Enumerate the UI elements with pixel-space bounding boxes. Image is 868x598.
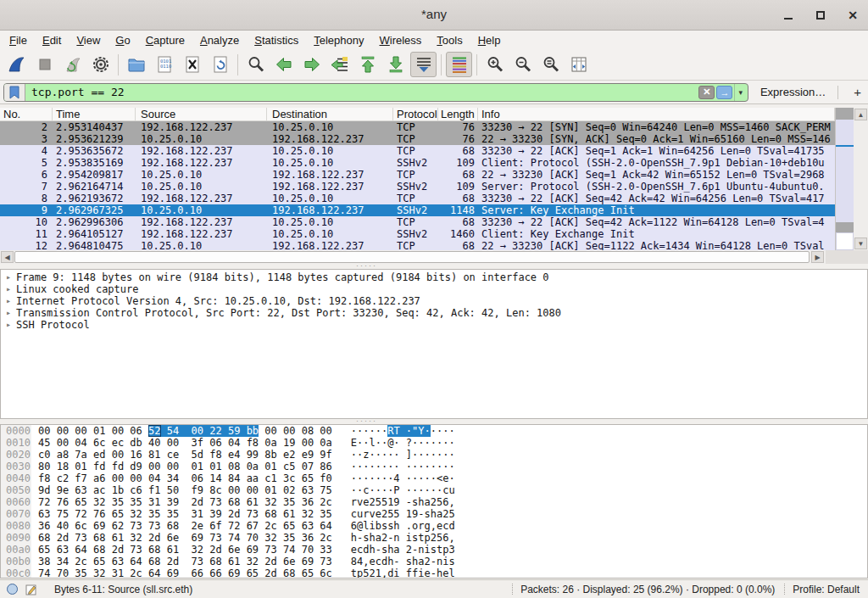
- column-header-dst[interactable]: Destination: [267, 108, 393, 120]
- hex-row-0050[interactable]: 00509d 9e 63 ac 1b c6 f1 50 f9 8c 00 00 …: [1, 484, 867, 496]
- find-packet-button[interactable]: [242, 52, 269, 77]
- packet-bytes-pane: 000000 00 00 01 00 06 52 54 00 22 59 bb …: [0, 424, 868, 578]
- packet-row-3[interactable]: 32.95362123910.25.0.10192.168.122.237TCP…: [0, 133, 835, 145]
- expand-arrow-icon[interactable]: ▸: [1, 283, 16, 295]
- hex-row-00c0[interactable]: 00c074 70 35 32 31 2c 64 69 66 66 69 65 …: [1, 567, 867, 578]
- zoom-out-button[interactable]: [509, 52, 536, 77]
- scroll-right-button[interactable]: ▶: [811, 251, 824, 263]
- hex-row-0010[interactable]: 001045 00 04 6c ec db 40 00 3f 06 04 f8 …: [1, 437, 867, 449]
- zoom-original-button[interactable]: [537, 52, 564, 77]
- hex-row-0070[interactable]: 007063 75 72 76 65 32 35 35 31 39 2d 73 …: [1, 508, 867, 520]
- display-filter-input[interactable]: tcp.port == 22 ✕ → ▾: [3, 83, 748, 102]
- filter-bookmark-icon[interactable]: [4, 84, 25, 101]
- hex-row-0030[interactable]: 003080 18 01 fd fd d9 00 00 01 01 08 0a …: [1, 461, 867, 472]
- close-button[interactable]: ✕: [846, 8, 860, 22]
- filter-apply-button[interactable]: →: [716, 86, 732, 99]
- go-forward-button[interactable]: [298, 52, 325, 77]
- menu-item-capture[interactable]: Capture: [138, 32, 192, 48]
- column-header-info[interactable]: Info: [478, 108, 835, 120]
- expert-info-icon[interactable]: [7, 584, 18, 595]
- filter-dropdown-caret[interactable]: ▾: [734, 84, 748, 101]
- packet-row-2[interactable]: 22.953140437192.168.122.23710.25.0.10TCP…: [0, 121, 835, 133]
- expand-arrow-icon[interactable]: ▸: [1, 271, 16, 283]
- menu-item-tools[interactable]: Tools: [429, 32, 470, 48]
- zoom-in-button[interactable]: [481, 52, 508, 77]
- minimap-thumb[interactable]: [836, 232, 854, 250]
- menu-item-file[interactable]: File: [2, 32, 35, 48]
- detail-line-3[interactable]: ▸Transmission Control Protocol, Src Port…: [1, 307, 867, 319]
- hex-row-0000[interactable]: 000000 00 00 01 00 06 52 54 00 22 59 bb …: [1, 425, 867, 437]
- go-last-packet-button[interactable]: [382, 52, 409, 77]
- packet-row-5[interactable]: 52.953835169192.168.122.23710.25.0.10SSH…: [0, 157, 835, 169]
- hex-row-00a0[interactable]: 00a065 63 64 68 2d 73 68 61 32 2d 6e 69 …: [1, 544, 867, 556]
- column-header-src[interactable]: Source: [136, 108, 267, 120]
- menu-item-go[interactable]: Go: [108, 32, 137, 48]
- hex-row-0090[interactable]: 009068 2d 73 68 61 32 2d 6e 69 73 74 70 …: [1, 532, 867, 544]
- filter-clear-button[interactable]: ✕: [698, 86, 715, 99]
- close-file-button[interactable]: [179, 52, 205, 77]
- detail-line-4[interactable]: ▸SSH Protocol: [1, 319, 867, 331]
- packet-list-minimap-scrollbar[interactable]: [835, 108, 854, 250]
- hscrollbar-thumb[interactable]: [14, 251, 810, 263]
- menu-item-edit[interactable]: Edit: [35, 32, 69, 48]
- packet-list-hscrollbar[interactable]: ◀ ▶: [0, 250, 868, 264]
- minimize-button[interactable]: [782, 8, 795, 22]
- restart-capture-button[interactable]: [59, 52, 86, 77]
- column-header-time[interactable]: Time: [53, 108, 136, 120]
- packet-row-4[interactable]: 42.953635672192.168.122.23710.25.0.10TCP…: [0, 145, 835, 157]
- packet-list-vscrollbar[interactable]: ▲ ▼: [854, 108, 868, 250]
- detail-line-1[interactable]: ▸Linux cooked capture: [1, 283, 867, 295]
- hex-row-0060[interactable]: 006072 76 65 32 35 35 31 39 2d 73 68 61 …: [1, 496, 867, 508]
- auto-scroll-button[interactable]: [410, 52, 437, 77]
- hex-row-0040[interactable]: 0040f8 c2 f7 a6 00 00 04 34 06 14 84 aa …: [1, 472, 867, 484]
- menu-item-view[interactable]: View: [69, 32, 108, 48]
- expand-arrow-icon[interactable]: ▸: [1, 319, 16, 331]
- menu-item-analyze[interactable]: Analyze: [192, 32, 247, 48]
- menu-item-wireless[interactable]: Wireless: [372, 32, 430, 48]
- packet-list-header: No.TimeSourceDestinationProtocolLengthIn…: [0, 108, 835, 121]
- packet-row-11[interactable]: 112.964105127192.168.122.23710.25.0.10SS…: [0, 228, 835, 240]
- scroll-up-button[interactable]: ▲: [854, 109, 867, 120]
- expression-button[interactable]: Expression…: [760, 86, 826, 98]
- detail-line-0[interactable]: ▸Frame 9: 1148 bytes on wire (9184 bits)…: [1, 271, 867, 283]
- packet-row-12[interactable]: 122.96481047510.25.0.10192.168.122.237TC…: [0, 240, 835, 250]
- packet-row-8[interactable]: 82.962193672192.168.122.23710.25.0.10TCP…: [0, 193, 835, 204]
- menu-item-telephony[interactable]: Telephony: [306, 32, 371, 48]
- scroll-down-button[interactable]: ▼: [854, 238, 867, 249]
- start-capture-button[interactable]: [3, 52, 30, 77]
- menu-item-help[interactable]: Help: [470, 32, 509, 48]
- capture-options-button[interactable]: [87, 52, 114, 77]
- hex-row-0080[interactable]: 008036 40 6c 69 62 73 73 68 2e 6f 72 67 …: [1, 520, 867, 532]
- stop-capture-button[interactable]: [31, 52, 58, 77]
- column-header-no[interactable]: No.: [0, 108, 53, 120]
- expand-arrow-icon[interactable]: ▸: [1, 295, 16, 307]
- hex-row-00b0[interactable]: 00b038 34 2c 65 63 64 68 2d 73 68 61 32 …: [1, 556, 867, 567]
- scroll-left-button[interactable]: ◀: [1, 251, 14, 263]
- packet-row-7[interactable]: 72.96216471410.25.0.10192.168.122.237SSH…: [0, 181, 835, 193]
- hex-row-0020[interactable]: 0020c0 a8 7a ed 00 16 81 ce 5d f8 e4 99 …: [1, 449, 867, 461]
- status-separator: [784, 584, 785, 595]
- packet-row-9[interactable]: 92.96296732510.25.0.10192.168.122.237SSH…: [0, 204, 835, 216]
- column-header-len[interactable]: Length: [438, 108, 478, 120]
- capture-comment-icon[interactable]: [25, 584, 37, 595]
- add-filter-button[interactable]: +: [847, 85, 868, 99]
- reload-file-button[interactable]: [207, 52, 233, 77]
- go-first-packet-button[interactable]: [354, 52, 381, 77]
- resize-columns-button[interactable]: [565, 52, 592, 77]
- open-file-button[interactable]: [123, 52, 149, 77]
- maximize-button[interactable]: [814, 8, 827, 22]
- go-back-button[interactable]: [270, 52, 297, 77]
- cell-info: Server: Protocol (SSH-2.0-OpenSSH_7.6p1 …: [478, 181, 835, 193]
- packet-row-6[interactable]: 62.95420981710.25.0.10192.168.122.237TCP…: [0, 169, 835, 181]
- go-to-packet-button[interactable]: [326, 52, 353, 77]
- packet-row-10[interactable]: 102.962996306192.168.122.23710.25.0.10TC…: [0, 216, 835, 228]
- status-profile[interactable]: Profile: Default: [793, 584, 860, 595]
- expand-arrow-icon[interactable]: ▸: [1, 307, 16, 319]
- cell-src: 192.168.122.237: [136, 145, 267, 157]
- save-file-button[interactable]: 01010110: [151, 52, 177, 77]
- colorize-packets-button[interactable]: [446, 52, 472, 77]
- column-header-proto[interactable]: Protocol: [393, 108, 438, 120]
- detail-line-2[interactable]: ▸Internet Protocol Version 4, Src: 10.25…: [1, 295, 867, 307]
- menu-item-statistics[interactable]: Statistics: [247, 32, 306, 48]
- cell-no: 9: [0, 204, 53, 216]
